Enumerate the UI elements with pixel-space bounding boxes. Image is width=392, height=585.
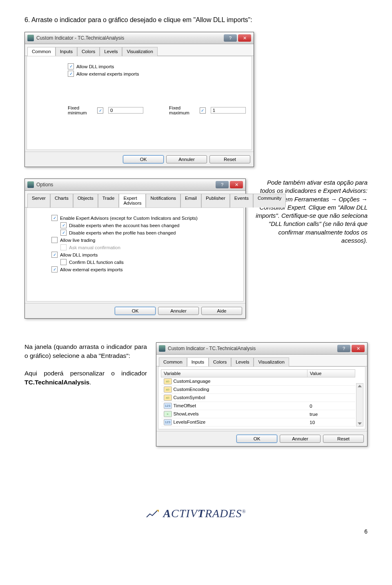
type-icon: 123 xyxy=(164,403,172,409)
checkbox-icon[interactable] xyxy=(51,252,58,258)
tab-objects[interactable]: Objects xyxy=(73,194,98,208)
table-row[interactable]: 123LevelsFontSize10 xyxy=(161,418,355,426)
allow-dll2-label: Allow DLL imports xyxy=(60,252,98,257)
checkbox-icon[interactable] xyxy=(200,107,206,114)
tab-common[interactable]: Common xyxy=(159,357,187,366)
fixed-min-input[interactable]: 0 xyxy=(108,107,143,114)
live-trading-label: Allow live trading xyxy=(60,238,95,243)
checkbox-icon[interactable] xyxy=(51,266,58,272)
checkbox-icon[interactable] xyxy=(60,244,67,250)
reset-button[interactable]: Reset xyxy=(323,435,364,443)
tab-colors[interactable]: Colors xyxy=(209,357,231,366)
disable-prof-label: Disable experts when the profile has bee… xyxy=(69,230,176,235)
logo-mark-icon xyxy=(146,509,160,520)
tab-community[interactable]: Community xyxy=(253,194,286,208)
instruction-text: 6. Arraste o indicador para o gráfico de… xyxy=(24,16,368,24)
reset-button[interactable]: Reset xyxy=(209,155,250,163)
table-row[interactable]: abCustomSymbol xyxy=(161,394,355,402)
fixed-row: Fixed minimum 0 Fixed maximum 1 xyxy=(68,105,246,115)
tab-publisher[interactable]: Publisher xyxy=(201,194,230,208)
tab-charts[interactable]: Charts xyxy=(50,194,73,208)
app-icon xyxy=(27,181,34,188)
options-dialog: Options ? ✕ Server Charts Objects Trade … xyxy=(24,179,246,319)
checkbox-icon[interactable] xyxy=(60,230,67,236)
dialog1-tabs: Common Inputs Colors Levels Visualizatio… xyxy=(25,44,254,56)
page-number: 6 xyxy=(24,528,368,535)
help-icon[interactable]: ? xyxy=(224,34,237,42)
tab-common[interactable]: Common xyxy=(27,47,56,56)
type-icon: 123 xyxy=(164,419,172,425)
checkbox-icon[interactable] xyxy=(68,71,74,77)
cancel-button[interactable]: Annuler xyxy=(158,307,199,315)
block2-p1: Na janela (quando arrasta o indicador pa… xyxy=(24,342,147,360)
tab-events[interactable]: Events xyxy=(230,194,253,208)
checkbox-icon[interactable] xyxy=(97,107,103,114)
dialog1-title: Custom Indicator - TC.TechnicalAnalysis xyxy=(36,35,223,41)
help-icon[interactable]: ? xyxy=(216,181,229,188)
enable-ea-row[interactable]: Enable Expert Advisors (except for Custo… xyxy=(51,215,238,221)
tab-inputs[interactable]: Inputs xyxy=(56,47,77,56)
ok-button[interactable]: OK xyxy=(115,307,156,315)
side-note: Pode também ativar esta opção para todos… xyxy=(253,179,368,245)
tab-visualization[interactable]: Visualization xyxy=(254,357,289,366)
ok-button[interactable]: OK xyxy=(236,435,277,443)
tab-expert-advisors[interactable]: Expert Advisors xyxy=(119,194,146,208)
tab-inputs[interactable]: Inputs xyxy=(187,357,209,366)
checkbox-icon[interactable] xyxy=(60,259,67,265)
table-row[interactable]: ⌁ShowLevelstrue xyxy=(161,410,355,418)
dialog2-body: Enable Expert Advisors (except for Custo… xyxy=(27,208,244,301)
tab-trade[interactable]: Trade xyxy=(98,194,119,208)
table-row[interactable]: 123TimeOffset0 xyxy=(161,402,355,410)
allow-ext-label: Allow external experts imports xyxy=(76,71,139,76)
dialog1-body: Allow DLL imports Allow external experts… xyxy=(27,56,252,150)
confirm-dll-row[interactable]: Confirm DLL function calls xyxy=(60,259,238,265)
type-icon: ab xyxy=(164,395,172,401)
tab-visualization[interactable]: Visualization xyxy=(122,47,157,56)
tab-colors[interactable]: Colors xyxy=(77,47,100,56)
dialog1-footer: OK Annuler Reset xyxy=(25,152,254,167)
disable-prof-row[interactable]: Disable experts when the profile has bee… xyxy=(60,230,238,236)
help-button[interactable]: Aide xyxy=(201,307,242,315)
dialog3-body: Variable Value abCustomLanguageabCustomE… xyxy=(158,366,365,429)
live-trading-row[interactable]: Allow live trading xyxy=(51,237,238,243)
table-row[interactable]: abCustomEncoding xyxy=(161,386,355,394)
custom-indicator-dialog-1: Custom Indicator - TC.TechnicalAnalysis … xyxy=(24,32,254,167)
cancel-button[interactable]: Annuler xyxy=(280,435,321,443)
checkbox-icon[interactable] xyxy=(68,63,74,69)
block2-p2: Aqui poderá personalizar o indicador TC.… xyxy=(24,369,147,386)
tab-levels[interactable]: Levels xyxy=(231,357,254,366)
close-icon[interactable]: ✕ xyxy=(238,34,251,42)
type-icon: ab xyxy=(164,386,172,393)
tab-notifications[interactable]: Notifications xyxy=(146,194,180,208)
allow-dll-row[interactable]: Allow DLL imports xyxy=(68,63,246,69)
ok-button[interactable]: OK xyxy=(123,155,164,163)
close-icon[interactable]: ✕ xyxy=(352,345,365,352)
allow-dll2-row[interactable]: Allow DLL imports xyxy=(51,252,238,258)
allow-ext-row[interactable]: Allow external experts imports xyxy=(68,71,246,77)
type-icon: ⌁ xyxy=(164,411,172,417)
table-row[interactable]: abCustomLanguage xyxy=(161,377,355,386)
checkbox-icon[interactable] xyxy=(60,222,67,228)
help-icon[interactable]: ? xyxy=(337,345,350,352)
fixed-max-input[interactable]: 1 xyxy=(211,107,246,114)
tab-levels[interactable]: Levels xyxy=(100,47,122,56)
checkbox-icon[interactable] xyxy=(51,237,58,243)
tab-email[interactable]: Email xyxy=(180,194,201,208)
inputs-table: Variable Value abCustomLanguageabCustomE… xyxy=(161,369,355,426)
ask-confirm-label: Ask manual confirmation xyxy=(69,245,120,250)
scrollbar[interactable] xyxy=(356,383,363,426)
cancel-button[interactable]: Annuler xyxy=(166,155,207,163)
col-value[interactable]: Value xyxy=(307,370,355,377)
disable-acct-row[interactable]: Disable experts when the account has bee… xyxy=(60,222,238,228)
ask-confirm-row[interactable]: Ask manual confirmation xyxy=(60,244,238,250)
allow-ext2-row[interactable]: Allow external experts imports xyxy=(51,266,238,272)
type-icon: ab xyxy=(164,378,172,384)
block2-text: Na janela (quando arrasta o indicador pa… xyxy=(24,342,147,386)
close-icon[interactable]: ✕ xyxy=(230,181,243,188)
dialog2-tabs: Server Charts Objects Trade Expert Advis… xyxy=(25,191,245,208)
checkbox-icon[interactable] xyxy=(51,215,58,221)
tab-server[interactable]: Server xyxy=(27,194,50,208)
fixed-min-label: Fixed minimum xyxy=(68,105,95,115)
app-icon xyxy=(159,345,165,352)
col-variable[interactable]: Variable xyxy=(161,370,307,377)
